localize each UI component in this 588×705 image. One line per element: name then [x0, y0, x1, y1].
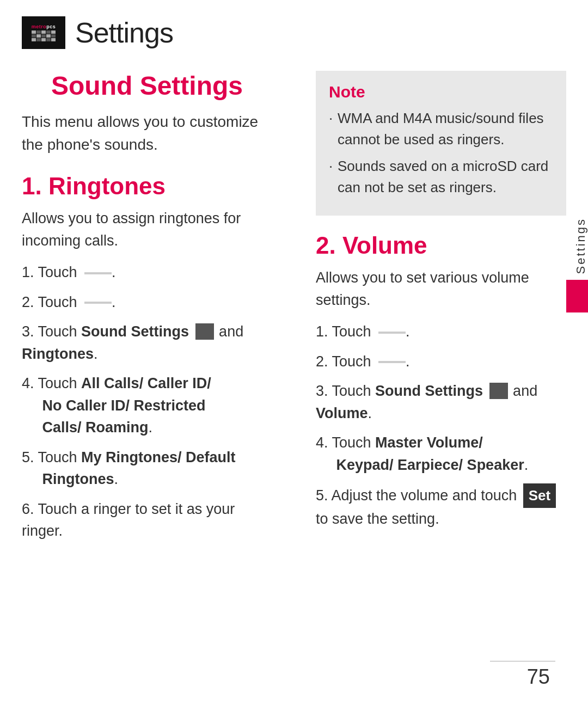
ringtones-description: Allows you to assign ringtones for incom…: [22, 207, 272, 252]
step-bold2: Volume: [316, 405, 368, 421]
step-num: 2.: [22, 294, 38, 310]
settings-icon: [489, 383, 508, 399]
list-item: 2. Touch .: [316, 351, 566, 373]
set-button-label: Set: [523, 483, 556, 508]
step-bold: Sound Settings: [375, 383, 483, 399]
step-num: 2.: [316, 353, 332, 370]
note-title: Note: [329, 83, 553, 101]
step-bold: Sound Settings: [81, 323, 189, 340]
sound-settings-intro: This menu allows you to customize the ph…: [22, 111, 272, 156]
page-number: 75: [527, 665, 550, 689]
step-num: 1.: [316, 323, 332, 340]
right-column: Note WMA and M4A music/sound files canno…: [305, 65, 566, 550]
step-num: 1.: [22, 264, 38, 280]
list-item: 4. Touch Master Volume/ Keypad/ Earpiece…: [316, 432, 566, 476]
list-item: 2. Touch .: [22, 291, 272, 314]
main-content: Sound Settings This menu allows you to c…: [0, 54, 588, 550]
left-column: Sound Settings This menu allows you to c…: [22, 65, 283, 550]
ringtones-steps: 1. Touch . 2. Touch . 3. Touch Sound Set…: [22, 261, 272, 542]
step-num: 3.: [316, 383, 332, 399]
volume-heading: 2. Volume: [316, 232, 566, 259]
page-header: metropcs Settings: [0, 0, 588, 54]
sidebar: Settings: [558, 218, 588, 705]
step-num: 6.: [22, 501, 38, 517]
list-item: 1. Touch .: [316, 321, 566, 343]
list-item: 5. Adjust the volume and touch Set to sa…: [316, 483, 566, 530]
list-item: 4. Touch All Calls/ Caller ID/ No Caller…: [22, 372, 272, 439]
step-num: 3.: [22, 323, 38, 340]
step-num: 5.: [22, 449, 38, 465]
volume-description: Allows you to set various volume setting…: [316, 267, 566, 311]
list-item: 1. Touch .: [22, 261, 272, 284]
header-title: Settings: [75, 16, 173, 49]
step-num: 5.: [316, 487, 332, 504]
step-bold: All Calls/ Caller ID/ No Caller ID/ Rest…: [22, 375, 211, 436]
step-bold: My Ringtones/ Default Ringtones: [22, 449, 236, 488]
note-item-1: WMA and M4A music/sound files cannot be …: [329, 108, 553, 150]
page-divider: [490, 661, 555, 661]
list-item: 5. Touch My Ringtones/ Default Ringtones…: [22, 446, 272, 491]
list-item: 6. Touch a ringer to set it as your ring…: [22, 498, 272, 542]
sound-settings-title: Sound Settings: [22, 71, 272, 101]
list-item: 3. Touch Sound Settings and Ringtones.: [22, 321, 272, 365]
list-item: 3. Touch Sound Settings and Volume.: [316, 380, 566, 424]
metro-logo: metropcs: [22, 16, 65, 49]
note-box: Note WMA and M4A music/sound files canno…: [316, 71, 566, 216]
settings-icon: [195, 323, 214, 340]
ringtones-heading: 1. Ringtones: [22, 173, 272, 200]
note-item-2: Sounds saved on a microSD card can not b…: [329, 156, 553, 198]
sidebar-label: Settings: [569, 218, 588, 274]
step-bold2: Ringtones: [22, 346, 94, 362]
step-num: 4.: [22, 375, 38, 391]
sidebar-bar: [566, 280, 588, 312]
step-num: 4.: [316, 434, 332, 451]
volume-steps: 1. Touch . 2. Touch . 3. Touch Sound Set…: [316, 321, 566, 530]
step-bold: Master Volume/ Keypad/ Earpiece/ Speaker: [316, 434, 524, 473]
